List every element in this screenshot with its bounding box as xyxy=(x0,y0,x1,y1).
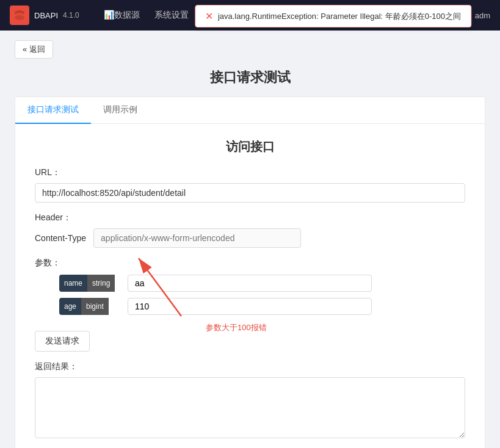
send-button[interactable]: 发送请求 xyxy=(35,331,90,352)
param-row-age: age bigint 参数大于100报错 xyxy=(59,298,465,315)
url-label: URL： xyxy=(35,167,465,178)
param-badge-age: age bigint xyxy=(59,298,120,315)
nav-datasource[interactable]: 📊数据源 xyxy=(104,10,140,21)
param-age-type-label: bigint xyxy=(81,298,109,315)
error-icon: ✕ xyxy=(205,10,213,22)
user-menu[interactable]: adm xyxy=(475,11,490,20)
tab-bar: 接口请求测试 调用示例 xyxy=(15,97,485,124)
error-message: java.lang.RuntimeException: Parameter Il… xyxy=(218,11,461,22)
tab-content: 访问接口 URL： Header： Content-Type 参数： name … xyxy=(15,124,485,448)
param-age-input[interactable] xyxy=(128,298,372,315)
result-textarea[interactable] xyxy=(35,377,465,438)
nav-settings[interactable]: 系统设置 xyxy=(154,10,189,21)
params-label: 参数： xyxy=(35,258,465,269)
logo-area: DBAPI 4.1.0 xyxy=(10,5,79,25)
svg-point-2 xyxy=(15,15,24,20)
header-label: Header： xyxy=(35,212,465,223)
logo-text: DBAPI xyxy=(34,11,58,20)
back-button[interactable]: « 返回 xyxy=(15,40,53,59)
param-row-name: name string xyxy=(59,275,465,292)
logo-icon xyxy=(10,5,29,25)
tab-example[interactable]: 调用示例 xyxy=(91,97,150,124)
top-navigation: DBAPI 4.1.0 📊数据源 系统设置 ✕ java.lang.Runtim… xyxy=(0,0,500,31)
param-age-label: age xyxy=(59,298,81,315)
params-section: 参数： name string age bigint xyxy=(35,258,465,315)
tab-api-test[interactable]: 接口请求测试 xyxy=(15,97,91,124)
url-input[interactable] xyxy=(35,183,465,203)
content-type-input[interactable] xyxy=(93,228,301,248)
result-label: 返回结果： xyxy=(35,361,465,372)
section-title: 访问接口 xyxy=(35,139,465,155)
param-name-input[interactable] xyxy=(128,275,372,292)
main-content: « 返回 接口请求测试 接口请求测试 调用示例 访问接口 URL： Header… xyxy=(0,31,500,448)
annotation-text: 参数大于100报错 xyxy=(206,322,267,333)
header-row: Content-Type xyxy=(35,228,465,248)
main-card: 接口请求测试 调用示例 访问接口 URL： Header： Content-Ty… xyxy=(15,96,485,448)
param-badge-name: name string xyxy=(59,275,120,292)
nav-menu: 📊数据源 系统设置 xyxy=(104,10,189,21)
page-title: 接口请求测试 xyxy=(15,68,485,87)
content-type-label: Content-Type xyxy=(35,233,86,243)
version-text: 4.1.0 xyxy=(63,11,79,20)
error-toast: ✕ java.lang.RuntimeException: Parameter … xyxy=(195,5,471,27)
param-name-label: name xyxy=(59,275,87,292)
param-type-label: string xyxy=(87,275,115,292)
